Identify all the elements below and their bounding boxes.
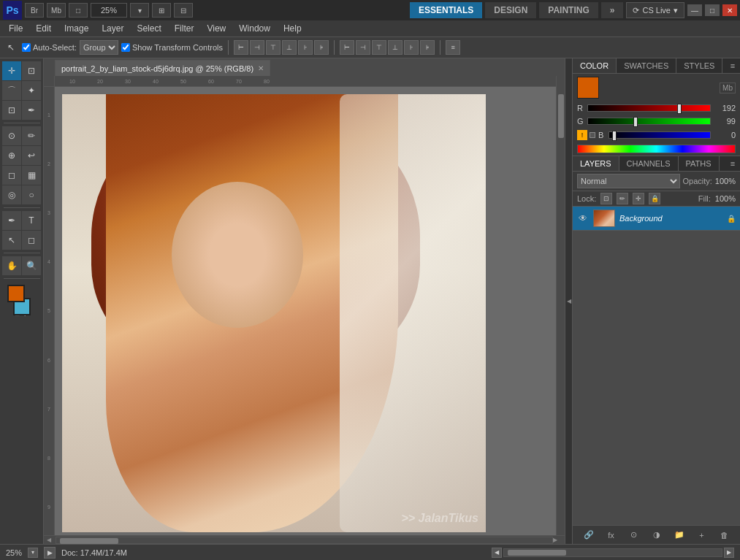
b-slider[interactable] [609, 131, 711, 139]
align-top-btn[interactable]: ⊥ [282, 40, 297, 55]
color-fg-swatch[interactable] [577, 77, 599, 99]
hand-tool[interactable]: ✋ [2, 256, 21, 275]
delete-layer-btn[interactable]: 🗑 [717, 529, 732, 542]
spot-heal-tool[interactable]: ⊙ [2, 126, 21, 145]
scroll-right-btn[interactable]: ▶ [553, 537, 562, 543]
scrollbar-vertical[interactable] [556, 87, 565, 535]
foreground-color[interactable] [7, 285, 25, 302]
pen-tool[interactable]: ✒ [2, 211, 21, 230]
grid-button[interactable]: ⊞ [152, 3, 171, 18]
align-right-btn[interactable]: ⊤ [266, 40, 281, 55]
minimize-button[interactable]: — [687, 4, 702, 16]
auto-select-input[interactable] [22, 43, 31, 52]
zoom-arrow-button[interactable]: ▾ [130, 3, 149, 18]
menu-layer[interactable]: Layer [96, 22, 129, 35]
menu-edit[interactable]: Edit [30, 22, 57, 35]
scrollbar-horizontal[interactable]: ◀ ▶ [44, 535, 565, 544]
dist-center-h-btn[interactable]: ⊦ [404, 40, 419, 55]
lock-all-btn[interactable]: 🔒 [649, 193, 660, 204]
brush-tool[interactable]: ✏ [22, 126, 41, 145]
layer-visibility-toggle[interactable]: 👁 [577, 212, 589, 224]
history-brush-tool[interactable]: ↩ [22, 146, 41, 165]
scroll-track[interactable] [56, 537, 553, 544]
path-select-tool[interactable]: ↖ [2, 231, 21, 250]
dist-right-btn[interactable]: ⊤ [372, 40, 386, 55]
maximize-button[interactable]: □ [705, 4, 720, 16]
status-info-icon[interactable]: ▶ [44, 547, 56, 559]
mini-bridge-button[interactable]: Mb [47, 3, 66, 18]
tab-color[interactable]: COLOR [573, 58, 617, 73]
tab-styles[interactable]: STYLES [676, 58, 722, 73]
eraser-tool[interactable]: ◻ [2, 166, 21, 185]
tab-layers[interactable]: LAYERS [573, 156, 619, 171]
menu-image[interactable]: Image [58, 22, 94, 35]
tab-paths[interactable]: PATHS [679, 156, 720, 171]
menu-file[interactable]: File [3, 22, 28, 35]
align-bottom-btn[interactable]: ⊧ [314, 40, 329, 55]
quick-select-tool[interactable]: ✦ [22, 81, 41, 100]
tab-swatches[interactable]: SWATCHES [617, 58, 676, 73]
layer-group-btn[interactable]: 📁 [672, 529, 687, 542]
color-panel-menu[interactable]: ≡ [725, 58, 740, 73]
mode-painting[interactable]: PAINTING [539, 2, 598, 18]
dodge-tool[interactable]: ○ [22, 185, 41, 204]
move-tool[interactable]: ✛ [2, 61, 21, 80]
eyedropper-tool[interactable]: ✒ [22, 101, 41, 120]
gradient-tool[interactable]: ▦ [22, 166, 41, 185]
zoom-menu-btn[interactable]: ▾ [28, 548, 38, 558]
blend-mode-dropdown[interactable]: Normal Multiply Screen [577, 174, 680, 188]
scroll-left-btn[interactable]: ◀ [47, 537, 56, 543]
h-scroll-thumb[interactable] [508, 550, 566, 556]
layers-panel-menu[interactable]: ≡ [725, 156, 740, 171]
adjustment-layer-btn[interactable]: ◑ [649, 529, 664, 542]
align-center-v-btn[interactable]: ⊣ [250, 40, 264, 55]
transform-controls-input[interactable] [121, 43, 130, 52]
zoom-tool[interactable]: 🔍 [22, 256, 41, 275]
auto-align-btn[interactable]: ≡ [446, 40, 460, 55]
crop-tool[interactable]: ⊡ [2, 101, 21, 120]
layer-style-btn[interactable]: fx [604, 529, 619, 542]
clone-tool[interactable]: ⊕ [2, 146, 21, 165]
close-button[interactable]: ✕ [722, 4, 737, 16]
screen-mode-button[interactable]: □ [69, 3, 88, 18]
menu-select[interactable]: Select [131, 22, 167, 35]
tab-channels[interactable]: CHANNELS [619, 156, 679, 171]
g-slider[interactable] [587, 118, 711, 125]
dist-left-btn[interactable]: ⊢ [340, 40, 354, 55]
auto-select-checkbox[interactable]: Auto-Select: [22, 43, 77, 52]
mode-design[interactable]: DESIGN [485, 2, 536, 18]
move-tool-icon[interactable]: ↖ [3, 39, 19, 55]
align-center-h-btn[interactable]: ⊦ [298, 40, 313, 55]
dist-top-btn[interactable]: ⊥ [388, 40, 403, 55]
canvas-image-area[interactable]: >> JalanTikus [55, 87, 556, 535]
dist-bottom-btn[interactable]: ⊧ [420, 40, 435, 55]
menu-view[interactable]: View [201, 22, 232, 35]
select-tool[interactable]: ⊡ [22, 61, 41, 80]
shape-tool[interactable]: ◻ [22, 231, 41, 250]
dist-center-v-btn[interactable]: ⊣ [356, 40, 370, 55]
scrollbar-h-thumb[interactable] [60, 538, 118, 544]
cslive-button[interactable]: ⟳ CS Live ▾ [626, 2, 684, 18]
layer-background[interactable]: 👁 Background 🔒 [573, 207, 740, 231]
new-layer-btn[interactable]: + [695, 529, 709, 542]
lock-image-btn[interactable]: ✏ [617, 193, 628, 204]
lock-transparent-btn[interactable]: ⊡ [600, 193, 612, 204]
scroll-next-btn[interactable]: ▶ [724, 548, 734, 558]
mode-essentials[interactable]: ESSENTIALS [410, 2, 482, 18]
h-scroll-track[interactable] [503, 548, 722, 557]
menu-help[interactable]: Help [278, 22, 308, 35]
panel-toggle[interactable]: ◀ [565, 58, 572, 544]
scroll-prev-btn[interactable]: ◀ [492, 548, 502, 558]
scrollbar-v-thumb[interactable] [558, 94, 564, 138]
text-tool[interactable]: T [22, 211, 41, 230]
auto-select-dropdown[interactable]: Group Layer [80, 40, 118, 55]
r-slider[interactable] [587, 104, 711, 112]
blur-tool[interactable]: ◎ [2, 185, 21, 204]
menu-filter[interactable]: Filter [169, 22, 200, 35]
transform-controls-checkbox[interactable]: Show Transform Controls [121, 43, 223, 52]
link-layers-btn[interactable]: 🔗 [581, 529, 596, 542]
lock-position-btn[interactable]: ✛ [633, 193, 644, 204]
canvas-tab[interactable]: portrait_2_by_liam_stock-d5j6drq.jpg @ 2… [55, 60, 270, 76]
layer-mask-btn[interactable]: ⊙ [627, 529, 641, 542]
menu-window[interactable]: Window [233, 22, 276, 35]
